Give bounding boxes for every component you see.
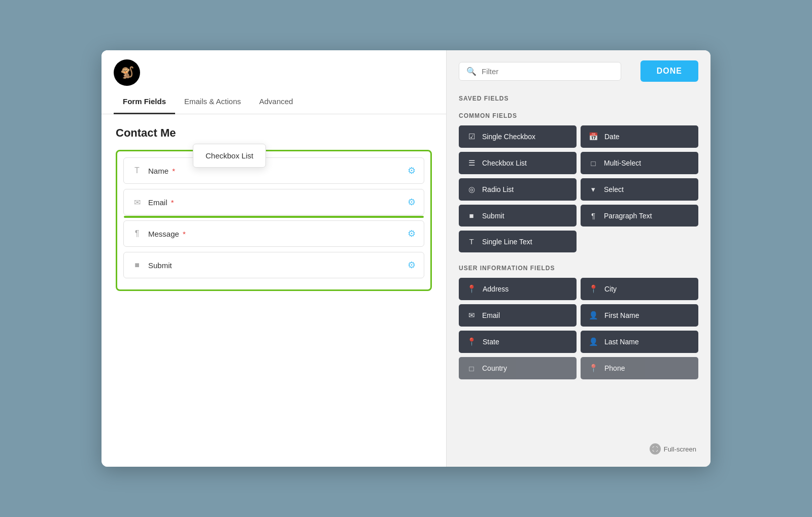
right-panel: 🔍 DONE SAVED FIELDS COMMON FIELDS ☑ Sing… bbox=[447, 50, 710, 467]
done-button[interactable]: DONE bbox=[640, 60, 698, 82]
field-icon-name: T bbox=[132, 166, 142, 175]
phone-label: Phone bbox=[604, 364, 625, 372]
common-fields-grid: ☑ Single Checkbox 📅 Date ☰ Checkbox List… bbox=[459, 125, 698, 252]
first-name-label: First Name bbox=[604, 311, 639, 319]
field-left-message: ¶ Message * bbox=[132, 229, 186, 238]
field-btn-state[interactable]: 📍 State bbox=[459, 331, 577, 353]
field-btn-checkbox-list[interactable]: ☰ Checkbox List bbox=[459, 152, 577, 174]
field-btn-single-line-text[interactable]: T Single Line Text bbox=[459, 231, 577, 252]
state-icon: 📍 bbox=[467, 337, 477, 346]
header-bar: 🐒 bbox=[101, 50, 446, 86]
gear-icon-name[interactable]: ⚙ bbox=[408, 165, 416, 176]
checkbox-list-label: Checkbox List bbox=[482, 159, 527, 167]
address-icon: 📍 bbox=[467, 284, 477, 294]
country-label: Country bbox=[482, 364, 507, 372]
tab-advanced[interactable]: Advanced bbox=[250, 90, 302, 114]
field-row-message[interactable]: ¶ Message * ⚙ bbox=[123, 220, 424, 247]
fullscreen-badge[interactable]: ⛶ Full-screen bbox=[650, 443, 696, 455]
gear-icon-submit[interactable]: ⚙ bbox=[408, 260, 416, 271]
phone-icon: 📍 bbox=[589, 364, 598, 373]
field-btn-email-user[interactable]: ✉ Email bbox=[459, 304, 577, 327]
field-left-email: ✉ Email * bbox=[132, 198, 174, 207]
city-label: City bbox=[604, 285, 617, 293]
submit-label: Submit bbox=[482, 212, 504, 220]
tab-bar: Form Fields Emails & Actions Advanced bbox=[101, 90, 446, 114]
fullscreen-icon: ⛶ bbox=[650, 443, 661, 455]
field-label-name: Name * bbox=[148, 167, 175, 175]
field-icon-message: ¶ bbox=[132, 229, 142, 238]
field-label-message: Message * bbox=[148, 230, 186, 238]
last-name-icon: 👤 bbox=[589, 337, 598, 346]
submit-icon: ■ bbox=[467, 211, 476, 220]
checkbox-list-tooltip[interactable]: Checkbox List bbox=[193, 144, 266, 168]
paragraph-text-label: Paragraph Text bbox=[604, 212, 652, 220]
single-checkbox-label: Single Checkbox bbox=[482, 133, 535, 141]
select-label: Select bbox=[604, 185, 624, 193]
required-star-email: * bbox=[171, 198, 174, 207]
checkbox-list-icon: ☰ bbox=[467, 158, 476, 168]
field-row-name[interactable]: T Name * ⚙ bbox=[123, 157, 424, 184]
select-icon: ▾ bbox=[589, 185, 598, 194]
multi-select-icon: □ bbox=[589, 159, 598, 168]
field-btn-radio-list[interactable]: ◎ Radio List bbox=[459, 178, 577, 201]
user-info-fields-grid: 📍 Address 📍 City ✉ Email 👤 First Name 📍 … bbox=[459, 278, 698, 379]
single-line-text-label: Single Line Text bbox=[482, 238, 532, 246]
field-left-submit: ■ Submit bbox=[132, 261, 172, 270]
gear-icon-message[interactable]: ⚙ bbox=[408, 228, 416, 239]
first-name-icon: 👤 bbox=[589, 311, 598, 320]
field-btn-paragraph-text[interactable]: ¶ Paragraph Text bbox=[581, 205, 698, 227]
field-btn-last-name[interactable]: 👤 Last Name bbox=[581, 331, 698, 353]
drag-highlight bbox=[124, 216, 424, 218]
search-icon: 🔍 bbox=[466, 67, 477, 76]
single-checkbox-icon: ☑ bbox=[467, 132, 476, 141]
field-btn-date[interactable]: 📅 Date bbox=[581, 125, 698, 148]
required-star-message: * bbox=[183, 230, 186, 238]
radio-list-label: Radio List bbox=[482, 185, 514, 193]
country-icon: □ bbox=[467, 364, 476, 373]
required-star-name: * bbox=[172, 167, 175, 175]
field-btn-address[interactable]: 📍 Address bbox=[459, 278, 577, 300]
filter-bar: 🔍 bbox=[459, 62, 621, 81]
field-btn-multi-select[interactable]: □ Multi-Select bbox=[581, 152, 698, 174]
app-logo: 🐒 bbox=[114, 59, 140, 86]
date-icon: 📅 bbox=[589, 132, 598, 141]
tab-emails-actions[interactable]: Emails & Actions bbox=[175, 90, 250, 114]
radio-list-icon: ◎ bbox=[467, 185, 476, 194]
fullscreen-label: Full-screen bbox=[664, 445, 696, 453]
form-builder-area: T Name * ⚙ ✉ Email * ⚙ Checkbox List bbox=[116, 150, 432, 291]
field-btn-city[interactable]: 📍 City bbox=[581, 278, 698, 300]
field-row-email[interactable]: ✉ Email * ⚙ bbox=[123, 189, 424, 215]
filter-input[interactable] bbox=[482, 67, 614, 76]
field-btn-country[interactable]: □ Country bbox=[459, 357, 577, 379]
field-btn-select[interactable]: ▾ Select bbox=[581, 178, 698, 201]
single-line-text-icon: T bbox=[467, 237, 476, 246]
saved-fields-label: SAVED FIELDS bbox=[459, 95, 698, 102]
date-label: Date bbox=[604, 133, 620, 141]
left-content: Contact Me T Name * ⚙ ✉ Email * ⚙ bbox=[101, 114, 446, 467]
app-window: 🐒 Form Fields Emails & Actions Advanced … bbox=[101, 50, 710, 467]
field-btn-submit[interactable]: ■ Submit bbox=[459, 205, 577, 227]
city-icon: 📍 bbox=[589, 284, 598, 294]
field-left-name: T Name * bbox=[132, 166, 175, 175]
field-btn-single-checkbox[interactable]: ☑ Single Checkbox bbox=[459, 125, 577, 148]
tab-form-fields[interactable]: Form Fields bbox=[114, 90, 175, 114]
field-row-submit[interactable]: ■ Submit ⚙ bbox=[123, 252, 424, 278]
field-label-email: Email * bbox=[148, 198, 174, 207]
state-label: State bbox=[483, 338, 499, 346]
field-btn-phone[interactable]: 📍 Phone bbox=[581, 357, 698, 379]
field-label-submit: Submit bbox=[148, 261, 172, 270]
common-fields-label: COMMON FIELDS bbox=[459, 112, 698, 119]
right-header: 🔍 DONE bbox=[459, 60, 698, 82]
left-panel: 🐒 Form Fields Emails & Actions Advanced … bbox=[101, 50, 447, 467]
address-label: Address bbox=[483, 285, 509, 293]
paragraph-text-icon: ¶ bbox=[589, 211, 598, 220]
field-icon-submit: ■ bbox=[132, 261, 142, 270]
field-btn-first-name[interactable]: 👤 First Name bbox=[581, 304, 698, 327]
field-icon-email: ✉ bbox=[132, 198, 142, 207]
email-user-label: Email bbox=[482, 311, 500, 319]
multi-select-label: Multi-Select bbox=[604, 159, 641, 167]
last-name-label: Last Name bbox=[604, 338, 639, 346]
gear-icon-email[interactable]: ⚙ bbox=[408, 197, 416, 208]
user-info-label: USER INFORMATION FIELDS bbox=[459, 265, 698, 272]
form-title: Contact Me bbox=[116, 126, 432, 140]
